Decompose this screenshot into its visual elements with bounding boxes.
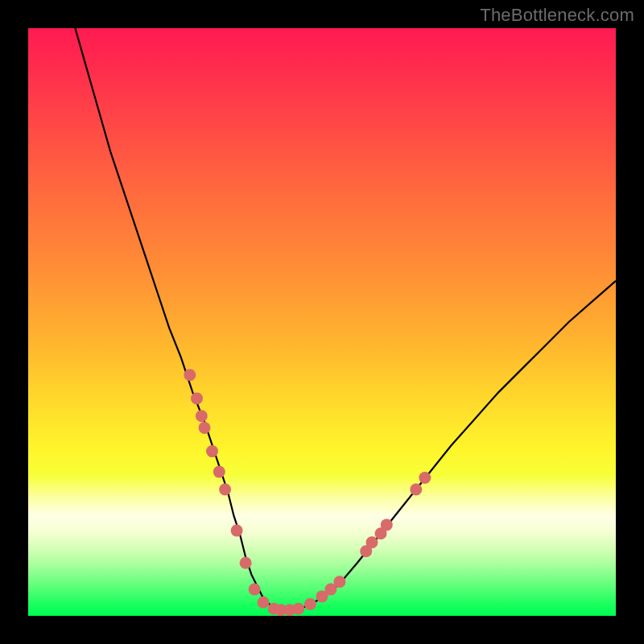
curve-layer <box>28 28 616 616</box>
plot-area <box>28 28 616 616</box>
data-point <box>184 369 196 381</box>
data-point <box>219 484 231 496</box>
data-point <box>249 584 261 596</box>
chart-frame: TheBottleneck.com <box>0 0 644 644</box>
data-point <box>304 598 316 610</box>
bottleneck-curve <box>75 28 616 610</box>
data-point <box>292 603 304 615</box>
data-point <box>213 466 225 478</box>
watermark-text: TheBottleneck.com <box>480 5 634 26</box>
data-point <box>196 410 208 422</box>
data-point <box>366 536 378 548</box>
data-point <box>206 445 218 457</box>
data-point <box>240 557 252 569</box>
data-markers <box>184 369 431 616</box>
data-point <box>333 576 345 588</box>
data-point <box>258 597 270 609</box>
data-point <box>199 422 211 434</box>
data-point <box>419 472 431 484</box>
data-point <box>191 392 203 404</box>
data-point <box>231 525 243 537</box>
data-point <box>410 484 422 496</box>
data-point <box>381 518 393 530</box>
